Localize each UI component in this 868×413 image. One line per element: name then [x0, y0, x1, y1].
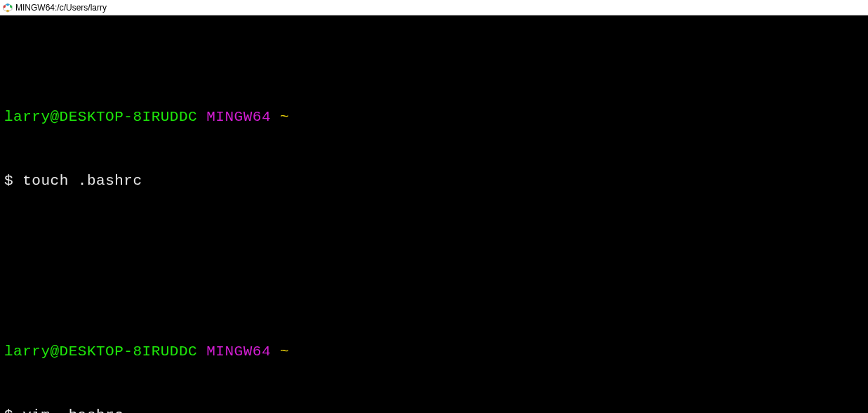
prompt-path: ~	[280, 343, 289, 360]
prompt-user-host: larry@DESKTOP-8IRUDDC	[4, 343, 197, 360]
command-text: touch .bashrc	[22, 173, 142, 189]
svg-marker-4	[6, 9, 10, 12]
svg-marker-1	[6, 3, 10, 6]
mingw-icon	[3, 3, 13, 13]
terminal-area[interactable]: larry@DESKTOP-8IRUDDC MINGW64 ~ $ touch …	[0, 15, 868, 413]
prompt-env: MINGW64	[206, 343, 271, 360]
history-entry: larry@DESKTOP-8IRUDDC MINGW64 ~ $ vim .b…	[4, 299, 864, 413]
window-title: MINGW64:/c/Users/larry	[15, 3, 107, 13]
prompt-symbol: $	[4, 407, 13, 413]
prompt-symbol: $	[4, 173, 13, 189]
prompt-env: MINGW64	[206, 109, 271, 125]
history-entry: larry@DESKTOP-8IRUDDC MINGW64 ~ $ touch …	[4, 64, 864, 235]
prompt-path: ~	[280, 109, 289, 125]
window-titlebar: MINGW64:/c/Users/larry	[0, 0, 868, 15]
command-text: vim .bashrc	[22, 407, 123, 413]
prompt-user-host: larry@DESKTOP-8IRUDDC	[4, 109, 197, 125]
